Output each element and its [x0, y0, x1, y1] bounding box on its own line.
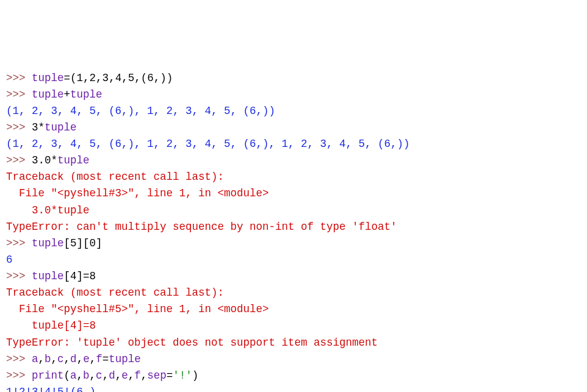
- prompt: >>>: [6, 154, 32, 166]
- code-token: *: [51, 154, 58, 166]
- output-text: 1!2!3!4!5!(6,): [6, 386, 96, 392]
- code-token: ]: [96, 237, 103, 249]
- code-token: ,: [90, 369, 96, 382]
- output-line: (1, 2, 3, 4, 5, (6,), 1, 2, 3, 4, 5, (6,…: [6, 136, 581, 152]
- code-token: +: [64, 88, 71, 101]
- prompt: >>>: [6, 72, 32, 84]
- code-token: a: [70, 369, 77, 382]
- prompt: >>>: [6, 88, 32, 101]
- code-token: e: [83, 353, 90, 365]
- error-text: tuple[4]=8: [6, 319, 96, 332]
- code-token: ,: [51, 353, 58, 365]
- input-line: >>> tuple[5][0]: [6, 235, 581, 252]
- prompt: >>>: [6, 353, 32, 365]
- input-line: >>> tuple=(1,2,3,4,5,(6,)): [6, 70, 581, 87]
- code-token: (: [64, 369, 71, 382]
- code-token: 2: [90, 72, 96, 84]
- code-token: 6: [147, 72, 154, 84]
- output-text: (1, 2, 3, 4, 5, (6,), 1, 2, 3, 4, 5, (6,…: [6, 138, 410, 150]
- input-line: >>> 3.0*tuple: [6, 152, 581, 169]
- error-text: TypeError: 'tuple' object does not suppo…: [6, 337, 378, 349]
- code-token: d: [70, 353, 77, 365]
- code-token: b: [83, 369, 90, 382]
- code-token: c: [96, 369, 103, 382]
- code-token: ,(: [134, 72, 147, 84]
- code-token: tuple: [32, 270, 64, 282]
- output-line: 6: [6, 252, 581, 268]
- code-token: ,: [83, 72, 90, 84]
- code-token: ): [192, 369, 199, 382]
- code-token: ,)): [154, 72, 173, 84]
- code-token: d: [109, 369, 115, 382]
- code-token: *: [38, 121, 45, 134]
- code-token: ,: [77, 353, 84, 365]
- code-token: a: [32, 353, 38, 365]
- error-text: Traceback (most recent call last):: [6, 171, 224, 183]
- output-line: 1!2!3!4!5!(6,): [6, 384, 581, 392]
- error-text: File "<pyshell#5>", line 1, in <module>: [6, 303, 269, 315]
- code-token: tuple: [70, 88, 103, 101]
- code-token: 4: [70, 270, 77, 282]
- input-line: >>> tuple+tuple: [6, 87, 581, 103]
- code-token: =: [103, 353, 109, 365]
- code-token: tuple: [109, 353, 141, 365]
- prompt: >>>: [6, 121, 32, 134]
- code-token: ,: [38, 353, 45, 365]
- code-token: f: [134, 369, 141, 382]
- code-token: 5: [70, 237, 77, 249]
- code-token: ,: [90, 353, 96, 365]
- code-token: f: [96, 353, 103, 365]
- code-token: ,: [141, 369, 148, 382]
- code-token: ,: [109, 72, 115, 84]
- output-line: (1, 2, 3, 4, 5, (6,), 1, 2, 3, 4, 5, (6,…: [6, 103, 581, 119]
- error-line: Traceback (most recent call last):: [6, 285, 581, 301]
- code-token: sep: [147, 369, 167, 382]
- error-text: 3.0*tuple: [6, 204, 90, 216]
- code-token: print: [32, 369, 64, 382]
- code-token: 4: [115, 72, 122, 84]
- code-token: tuple: [45, 121, 77, 134]
- error-line: File "<pyshell#3>", line 1, in <module>: [6, 185, 581, 202]
- input-line: >>> 3*tuple: [6, 119, 581, 136]
- code-token: 1: [77, 72, 84, 84]
- error-line: File "<pyshell#5>", line 1, in <module>: [6, 301, 581, 318]
- error-text: Traceback (most recent call last):: [6, 287, 224, 299]
- code-token: e: [121, 369, 128, 382]
- code-token: ,: [121, 72, 128, 84]
- python-shell-output: >>> tuple=(1,2,3,4,5,(6,))>>> tuple+tupl…: [6, 70, 581, 393]
- code-token: [: [64, 270, 71, 282]
- code-token: 5: [128, 72, 135, 84]
- code-token: b: [45, 353, 51, 365]
- code-token: =(: [64, 72, 77, 84]
- code-token: '!': [173, 369, 192, 382]
- output-text: (1, 2, 3, 4, 5, (6,), 1, 2, 3, 4, 5, (6,…: [6, 105, 275, 117]
- input-line: >>> a,b,c,d,e,f=tuple: [6, 351, 581, 368]
- code-token: ,: [103, 369, 109, 382]
- error-line: tuple[4]=8: [6, 318, 581, 334]
- code-token: [: [64, 237, 71, 249]
- error-line: Traceback (most recent call last):: [6, 169, 581, 185]
- code-token: ,: [115, 369, 122, 382]
- code-token: ,: [128, 369, 135, 382]
- code-token: tuple: [32, 88, 64, 101]
- error-line: TypeError: 'tuple' object does not suppo…: [6, 335, 581, 351]
- code-token: ,: [96, 72, 103, 84]
- code-token: 3: [32, 121, 38, 134]
- code-token: tuple: [32, 237, 64, 249]
- code-token: 0: [90, 237, 96, 249]
- error-line: 3.0*tuple: [6, 202, 581, 219]
- error-text: TypeError: can't multiply sequence by no…: [6, 221, 397, 233]
- error-line: TypeError: can't multiply sequence by no…: [6, 219, 581, 235]
- code-token: ,: [77, 369, 84, 382]
- code-token: tuple: [57, 154, 90, 166]
- code-token: =: [167, 369, 173, 382]
- prompt: >>>: [6, 270, 32, 282]
- input-line: >>> tuple[4]=8: [6, 268, 581, 285]
- code-token: ,: [64, 353, 71, 365]
- code-token: ]=: [77, 270, 90, 282]
- output-text: 6: [6, 254, 13, 266]
- code-token: 8: [90, 270, 96, 282]
- code-token: c: [57, 353, 64, 365]
- prompt: >>>: [6, 369, 32, 382]
- error-text: File "<pyshell#3>", line 1, in <module>: [6, 187, 269, 199]
